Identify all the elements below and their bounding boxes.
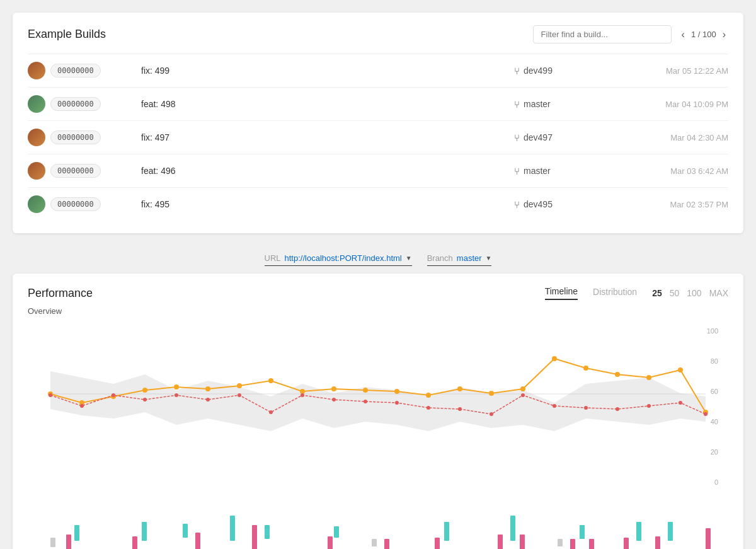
tab-distribution[interactable]: Distribution [593, 287, 637, 299]
perf-header: Performance Timeline Distribution 25 50 … [28, 286, 728, 300]
build-label: fix: 495 [141, 199, 514, 209]
branch-control[interactable]: Branch master ▼ [427, 253, 492, 266]
svg-point-12 [174, 384, 179, 390]
svg-point-39 [332, 398, 336, 402]
avatar [28, 95, 45, 113]
branch-name: master [524, 166, 551, 176]
svg-rect-59 [510, 516, 515, 541]
prev-page-button[interactable]: ‹ [679, 28, 687, 42]
url-label: URL [265, 253, 281, 263]
svg-rect-78 [372, 539, 377, 546]
svg-point-36 [238, 393, 241, 397]
count-25[interactable]: 25 [652, 288, 662, 298]
svg-point-46 [553, 404, 556, 408]
filter-input[interactable] [533, 25, 672, 43]
svg-rect-72 [570, 539, 575, 549]
table-row[interactable]: 00000000 feat: 498 ⑂ master Mar 04 10:09… [28, 87, 728, 120]
svg-point-30 [49, 393, 52, 397]
svg-point-41 [395, 401, 399, 405]
svg-point-11 [142, 388, 147, 393]
tab-timeline[interactable]: Timeline [545, 286, 578, 300]
build-id-badge: 00000000 [50, 64, 101, 78]
svg-rect-63 [66, 535, 71, 549]
build-branch: ⑂ dev499 [514, 66, 627, 76]
svg-point-18 [363, 388, 368, 393]
build-id-wrap: 00000000 [28, 95, 141, 113]
branch-icon: ⑂ [514, 99, 520, 110]
table-row[interactable]: 00000000 feat: 496 ⑂ master Mar 03 6:42 … [28, 154, 728, 187]
svg-point-13 [205, 386, 210, 391]
url-value: http://localhost:PORT/index.html [285, 253, 402, 263]
svg-rect-69 [435, 538, 440, 549]
next-page-button[interactable]: › [720, 28, 728, 42]
svg-rect-67 [328, 536, 333, 549]
build-date: Mar 05 12:22 AM [627, 66, 728, 76]
perf-counts: 25 50 100 MAX [652, 288, 728, 298]
svg-rect-65 [195, 533, 200, 549]
svg-point-47 [584, 406, 588, 410]
svg-rect-75 [655, 536, 660, 549]
count-max[interactable]: MAX [709, 288, 728, 298]
svg-rect-76 [706, 528, 711, 549]
svg-rect-64 [132, 536, 137, 549]
branch-dropdown-arrow: ▼ [486, 255, 492, 262]
svg-point-51 [704, 412, 707, 416]
svg-point-27 [646, 375, 651, 380]
svg-point-31 [80, 404, 84, 408]
svg-text:60: 60 [711, 388, 718, 395]
builds-controls: ‹ 1 / 100 › [533, 25, 728, 43]
branch-name: master [524, 99, 551, 109]
build-date: Mar 04 2:30 AM [627, 133, 728, 142]
overview-label: Overview [28, 306, 728, 316]
svg-point-35 [206, 398, 210, 402]
build-id-badge: 00000000 [50, 97, 101, 111]
svg-point-50 [679, 401, 682, 405]
avatar [28, 129, 45, 146]
branch-value: master [457, 253, 482, 263]
svg-rect-66 [252, 525, 257, 549]
build-branch: ⑂ master [514, 166, 627, 176]
pagination-label: 1 / 100 [691, 30, 716, 39]
svg-point-42 [427, 406, 430, 410]
table-row[interactable]: 00000000 fix: 497 ⑂ dev497 Mar 04 2:30 A… [28, 120, 728, 154]
count-50[interactable]: 50 [670, 288, 680, 298]
svg-point-19 [394, 389, 399, 394]
svg-rect-52 [74, 525, 79, 541]
builds-header: Example Builds ‹ 1 / 100 › [28, 25, 728, 43]
table-row[interactable]: 00000000 fix: 499 ⑂ dev499 Mar 05 12:22 … [28, 54, 728, 87]
perf-tabs: Timeline Distribution [545, 286, 637, 300]
branch-icon: ⑂ [514, 199, 520, 210]
branch-label: Branch [427, 253, 453, 263]
pagination: ‹ 1 / 100 › [679, 28, 728, 42]
svg-point-48 [616, 407, 619, 411]
table-row[interactable]: 00000000 fix: 495 ⑂ dev495 Mar 02 3:57 P… [28, 187, 728, 221]
svg-point-26 [615, 372, 620, 377]
svg-rect-56 [265, 525, 270, 539]
build-branch: ⑂ dev497 [514, 132, 627, 143]
svg-point-34 [175, 393, 178, 397]
branch-name: dev497 [524, 132, 553, 142]
svg-rect-77 [50, 538, 55, 547]
build-id-wrap: 00000000 [28, 195, 141, 213]
svg-rect-73 [589, 539, 594, 549]
avatar [28, 62, 45, 79]
svg-point-43 [458, 407, 462, 411]
build-id-wrap: 00000000 [28, 129, 141, 146]
svg-point-24 [552, 356, 557, 361]
svg-point-23 [520, 386, 525, 391]
url-control[interactable]: URL http://localhost:PORT/index.html ▼ [265, 253, 412, 266]
build-label: fix: 497 [141, 132, 514, 142]
build-id-badge: 00000000 [50, 197, 101, 211]
svg-point-16 [300, 389, 305, 394]
count-100[interactable]: 100 [687, 288, 701, 298]
svg-rect-61 [636, 522, 641, 541]
svg-rect-68 [384, 539, 389, 549]
svg-rect-53 [142, 522, 147, 541]
svg-point-32 [112, 393, 115, 397]
svg-rect-58 [444, 522, 449, 541]
build-id-wrap: 00000000 [28, 162, 141, 180]
svg-rect-70 [498, 535, 503, 549]
svg-point-14 [237, 383, 242, 388]
build-label: fix: 499 [141, 66, 514, 76]
url-branch-bar: URL http://localhost:PORT/index.html ▼ B… [13, 246, 743, 274]
